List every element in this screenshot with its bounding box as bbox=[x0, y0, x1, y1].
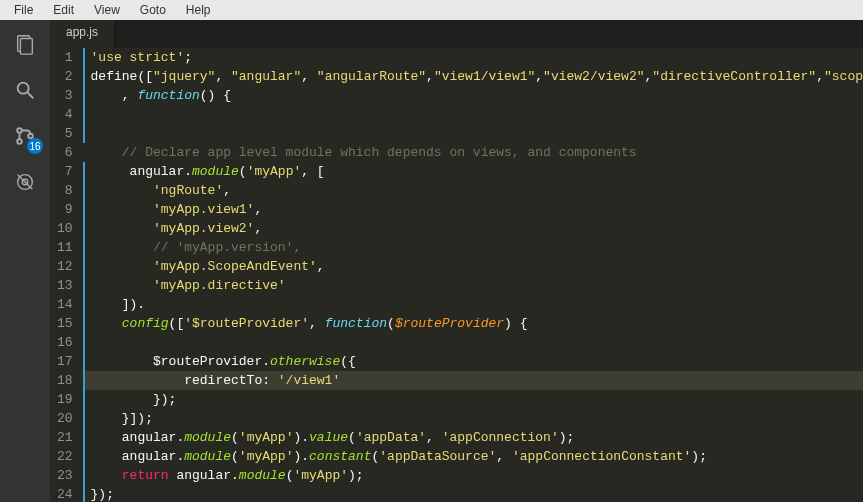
code-line[interactable]: 'myApp.view2', bbox=[83, 219, 863, 238]
line-number: 7 bbox=[50, 162, 73, 181]
menu-edit[interactable]: Edit bbox=[43, 2, 84, 18]
debug-icon[interactable] bbox=[11, 168, 39, 196]
line-number: 8 bbox=[50, 181, 73, 200]
main-area: 16 app.js 123456789101112131415161718192… bbox=[0, 20, 863, 502]
editor-area: app.js 123456789101112131415161718192021… bbox=[50, 20, 863, 502]
code-line[interactable]: angular.module('myApp', [ bbox=[83, 162, 863, 181]
code-line[interactable]: 'use strict'; bbox=[83, 48, 863, 67]
menu-file[interactable]: File bbox=[4, 2, 43, 18]
svg-point-2 bbox=[18, 83, 29, 94]
line-number: 9 bbox=[50, 200, 73, 219]
line-number: 11 bbox=[50, 238, 73, 257]
code-line[interactable] bbox=[83, 124, 863, 143]
line-number: 15 bbox=[50, 314, 73, 333]
tab-app-js[interactable]: app.js bbox=[50, 20, 115, 48]
code-line[interactable]: 'myApp.view1', bbox=[83, 200, 863, 219]
code-line[interactable]: return angular.module('myApp'); bbox=[83, 466, 863, 485]
editor[interactable]: 123456789101112131415161718192021222324 … bbox=[50, 48, 863, 502]
code-line[interactable]: }); bbox=[83, 485, 863, 502]
code-line[interactable]: 'myApp.ScopeAndEvent', bbox=[83, 257, 863, 276]
line-number: 21 bbox=[50, 428, 73, 447]
activity-bar: 16 bbox=[0, 20, 50, 502]
line-number: 10 bbox=[50, 219, 73, 238]
line-number: 19 bbox=[50, 390, 73, 409]
svg-line-3 bbox=[28, 93, 34, 99]
line-number: 6 bbox=[50, 143, 73, 162]
code-content[interactable]: 'use strict';define(["jquery", "angular"… bbox=[83, 48, 863, 502]
git-icon[interactable]: 16 bbox=[11, 122, 39, 150]
line-number: 18 bbox=[50, 371, 73, 390]
line-number: 20 bbox=[50, 409, 73, 428]
menu-help[interactable]: Help bbox=[176, 2, 221, 18]
search-icon[interactable] bbox=[11, 76, 39, 104]
line-number: 12 bbox=[50, 257, 73, 276]
code-line[interactable]: , function() { bbox=[83, 86, 863, 105]
line-number: 17 bbox=[50, 352, 73, 371]
code-line[interactable]: // 'myApp.version', bbox=[83, 238, 863, 257]
code-line[interactable]: ]). bbox=[83, 295, 863, 314]
line-number: 24 bbox=[50, 485, 73, 502]
code-line[interactable] bbox=[83, 105, 863, 124]
menubar: File Edit View Goto Help bbox=[0, 0, 863, 20]
line-number: 13 bbox=[50, 276, 73, 295]
explorer-icon[interactable] bbox=[11, 30, 39, 58]
line-number: 16 bbox=[50, 333, 73, 352]
code-line[interactable]: 'ngRoute', bbox=[83, 181, 863, 200]
line-number: 2 bbox=[50, 67, 73, 86]
code-line[interactable]: }]); bbox=[83, 409, 863, 428]
line-number: 3 bbox=[50, 86, 73, 105]
line-number: 14 bbox=[50, 295, 73, 314]
code-line[interactable]: define(["jquery", "angular", "angularRou… bbox=[83, 67, 863, 86]
line-number-gutter: 123456789101112131415161718192021222324 bbox=[50, 48, 83, 502]
line-number: 23 bbox=[50, 466, 73, 485]
line-number: 5 bbox=[50, 124, 73, 143]
code-line[interactable]: }); bbox=[83, 390, 863, 409]
git-badge: 16 bbox=[27, 138, 43, 154]
code-line[interactable]: // Declare app level module which depend… bbox=[83, 143, 863, 162]
line-number: 4 bbox=[50, 105, 73, 124]
code-line[interactable]: 'myApp.directive' bbox=[83, 276, 863, 295]
menu-goto[interactable]: Goto bbox=[130, 2, 176, 18]
line-number: 22 bbox=[50, 447, 73, 466]
code-line[interactable]: angular.module('myApp').value('appData',… bbox=[83, 428, 863, 447]
svg-rect-1 bbox=[20, 39, 32, 55]
svg-point-4 bbox=[17, 128, 22, 133]
code-line[interactable]: redirectTo: '/view1' bbox=[83, 371, 863, 390]
menu-view[interactable]: View bbox=[84, 2, 130, 18]
code-line[interactable]: angular.module('myApp').constant('appDat… bbox=[83, 447, 863, 466]
code-line[interactable] bbox=[83, 333, 863, 352]
code-line[interactable]: $routeProvider.otherwise({ bbox=[83, 352, 863, 371]
code-line[interactable]: config(['$routeProvider', function($rout… bbox=[83, 314, 863, 333]
svg-point-5 bbox=[17, 139, 22, 144]
tab-bar: app.js bbox=[50, 20, 863, 48]
line-number: 1 bbox=[50, 48, 73, 67]
